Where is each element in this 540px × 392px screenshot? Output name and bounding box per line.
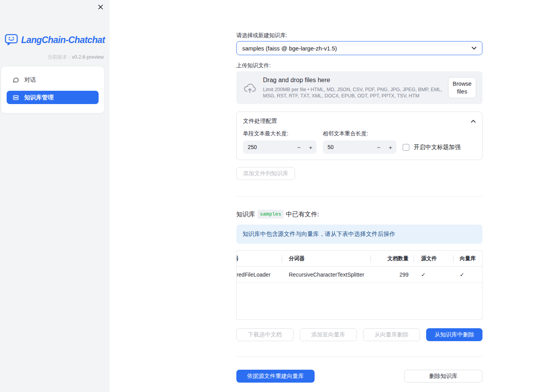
chunk-size-label: 单段文本最大长度: [243,131,317,137]
table-header-row: 文档加载器 分词器 文档数量 源文件 向量库 [237,251,482,267]
version-info: 当前版本：v0.2.6-preview [47,54,104,61]
cell-docs-count: 299 [371,267,414,282]
sidebar: LangChain-Chatchat 当前版本：v0.2.6-preview 对… [0,0,110,392]
close-icon [98,4,103,10]
sidebar-item-label: 知识库管理 [24,94,54,101]
browse-files-button[interactable]: Browse files [448,77,476,98]
chunk-size-stepper: − + [243,140,317,154]
file-config-expander: 文件处理配置 单段文本最大长度: − + 相邻文本重合长度: [236,111,482,160]
version-value: v0.2.6-preview [72,54,104,60]
info-alert: 知识库中包含源文件与向量库，请从下表中选择文件后操作 [236,225,482,244]
cell-splitter: RecursiveCharacterTextSplitter [282,267,371,282]
dropzone-instruction: Drag and drop files here [263,76,442,84]
overlap-size-label: 相邻文本重合长度: [323,131,396,137]
kb-files-suffix: 中已有文件: [286,210,319,218]
chunk-size-input[interactable] [243,144,293,150]
column-header-docs-count: 文档数量 [371,251,414,266]
version-label: 当前版本： [47,54,72,60]
delete-from-vectorstore-button[interactable]: 从向量库删除 [363,328,420,341]
expander-header[interactable]: 文件处理配置 [237,112,482,128]
kb-selectbox-value: samples (faiss @ bge-large-zh-v1.5) [242,45,472,52]
main-area: 请选择或新建知识库: samples (faiss @ bge-large-zh… [110,0,540,392]
file-action-buttons: 下载选中文档 添加至向量库 从向量库删除 从知识库中删除 [236,328,482,341]
info-alert-text: 知识库中包含源文件与向量库，请从下表中选择文件后操作 [243,230,395,238]
divider [236,356,482,357]
sidebar-item-label: 对话 [24,76,36,84]
expander-body: 单段文本最大长度: − + 相邻文本重合长度: − + [237,128,482,160]
cell-loader: UnstructuredFileLoader [237,267,282,282]
upload-label: 上传知识文件: [236,63,482,68]
app-logo: LangChain-Chatchat [5,34,105,46]
chat-bubble-icon [13,77,19,83]
kb-selectbox[interactable]: samples (faiss @ bge-large-zh-v1.5) [236,41,482,55]
overlap-size-input[interactable] [323,144,373,150]
table-row[interactable]: UnstructuredFileLoader RecursiveCharacte… [237,267,482,283]
decrement-button[interactable]: − [293,144,305,151]
column-header-vector-store: 向量库 [454,251,482,266]
sidebar-item-dialogue[interactable]: 对话 [7,73,99,86]
sidebar-nav: 对话 知识库管理 [1,67,104,113]
upload-cloud-icon [243,81,257,94]
cell-vector-store-check: ✓ [454,267,482,282]
column-header-splitter: 分词器 [282,251,371,266]
kb-action-buttons: 依据源文件重建向量库 删除知识库 [236,370,482,383]
zh-title-enhance-checkbox[interactable] [403,144,409,151]
app-title: LangChain-Chatchat [21,35,105,45]
kb-name-code: samples [257,210,284,219]
decrement-button[interactable]: − [373,144,385,151]
kb-files-prefix: 知识库 [236,210,255,218]
sidebar-item-kb-management[interactable]: 知识库管理 [7,91,99,104]
sidebar-close-button[interactable] [97,4,104,11]
rebuild-vectorstore-button[interactable]: 依据源文件重建向量库 [236,370,315,383]
file-dropzone[interactable]: Drag and drop files here Limit 200MB per… [236,71,482,104]
increment-button[interactable]: + [385,144,396,151]
cell-source-file-check: ✓ [414,267,454,282]
kb-files-heading: 知识库 samples 中已有文件: [236,210,482,219]
divider [236,196,482,197]
expander-title: 文件处理配置 [243,117,277,125]
add-to-vectorstore-button[interactable]: 添加至向量库 [300,328,357,341]
zh-title-enhance-label[interactable]: 开启中文标题加强 [414,144,461,151]
delete-from-kb-button[interactable]: 从知识库中删除 [426,328,482,341]
kb-select-label: 请选择或新建知识库: [236,32,482,38]
chat-smiley-logo-icon [5,34,18,46]
chevron-down-icon [472,47,477,50]
chevron-up-icon [471,120,476,123]
delete-kb-button[interactable]: 删除知识库 [404,370,482,383]
increment-button[interactable]: + [305,144,317,151]
stacked-list-icon [13,94,19,101]
download-selected-button[interactable]: 下载选中文档 [236,328,293,341]
overlap-size-stepper: − + [323,140,396,154]
column-header-source-file: 源文件 [414,251,454,266]
dropzone-texts: Drag and drop files here Limit 200MB per… [263,76,442,99]
column-header-loader: 文档加载器 [237,251,282,266]
dropzone-limits: Limit 200MB per file • HTML, MD, JSON, C… [263,86,442,99]
add-files-to-kb-button[interactable]: 添加文件到知识库 [236,167,295,180]
kb-files-table[interactable]: 文档加载器 分词器 文档数量 源文件 向量库 UnstructuredFileL… [236,250,482,320]
